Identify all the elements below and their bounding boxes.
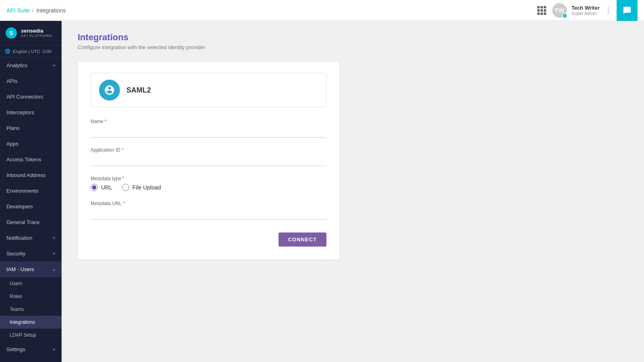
required-indicator: *: [122, 176, 124, 181]
sidebar-item-environments[interactable]: Environments: [0, 183, 62, 199]
radio-file-upload-input[interactable]: [122, 184, 129, 191]
page-title: Integrations: [78, 32, 628, 43]
sidebar-item-inbound-address[interactable]: Inbound Address: [0, 167, 62, 183]
required-indicator: *: [122, 147, 124, 153]
sidebar-item-iam-users[interactable]: IAM - Users ▴: [0, 261, 62, 277]
topbar: API Suite / Integrations TW Tech Writer …: [0, 0, 644, 21]
sidebar-item-api-connectors[interactable]: API Connectors: [0, 89, 62, 105]
breadcrumb-current: Integrations: [36, 7, 66, 14]
metadata-type-field-group: Metadata type * URL File Upload: [91, 176, 326, 191]
locale-bar[interactable]: 🌐 English | UTC -3:00: [0, 45, 62, 58]
sidebar-item-integrations[interactable]: Integrations: [0, 316, 62, 329]
radio-file-upload-label: File Upload: [132, 184, 161, 191]
brand-sub: API PLATFORM: [21, 34, 52, 38]
provider-row: SAML2: [91, 73, 326, 107]
name-input[interactable]: [91, 126, 326, 138]
locale-text: English | UTC -3:00: [13, 49, 52, 54]
radio-file-upload-option[interactable]: File Upload: [122, 184, 161, 191]
name-field-group: Name *: [91, 119, 326, 138]
sidebar-item-access-tokens[interactable]: Access Tokens: [0, 152, 62, 167]
breadcrumb-parent[interactable]: API Suite: [6, 7, 30, 14]
breadcrumb-separator: /: [32, 7, 34, 14]
chevron-down-icon: ▾: [53, 347, 55, 352]
provider-icon: [99, 80, 120, 101]
required-indicator: *: [105, 119, 107, 124]
svg-text:S: S: [9, 30, 13, 36]
chat-button[interactable]: [617, 0, 638, 21]
metadata-url-input[interactable]: [91, 208, 326, 220]
provider-name: SAML2: [126, 86, 151, 95]
metadata-type-radio-group: URL File Upload: [91, 184, 326, 191]
sidebar-item-roles[interactable]: Roles: [0, 290, 62, 303]
verified-badge-icon: [562, 13, 568, 19]
chevron-down-icon: ▾: [53, 63, 55, 68]
brand-text: sensedia API PLATFORM: [21, 28, 52, 38]
form-actions: CONNECT: [91, 229, 326, 247]
sidebar-item-interceptors[interactable]: Interceptors: [0, 105, 62, 120]
sidebar-item-general-trace[interactable]: General Trace: [0, 214, 62, 230]
user-name: Tech Writer: [572, 5, 600, 11]
brand: S sensedia API PLATFORM: [0, 21, 62, 45]
sidebar-item-developers[interactable]: Developers: [0, 199, 62, 214]
radio-url-label: URL: [101, 184, 112, 191]
topbar-actions: TW Tech Writer Super Admin ⋮: [536, 0, 638, 21]
avatar[interactable]: TW: [552, 3, 567, 18]
user-info: Tech Writer Super Admin: [572, 5, 600, 16]
radio-url-input[interactable]: [91, 184, 98, 191]
sidebar-item-notification[interactable]: Notification ▾: [0, 230, 62, 246]
metadata-url-field-group: Metadata URL *: [91, 201, 326, 220]
more-options-icon[interactable]: ⋮: [605, 6, 612, 15]
radio-url-option[interactable]: URL: [91, 184, 112, 191]
sidebar-item-users[interactable]: Users: [0, 277, 62, 290]
sidebar-item-apis[interactable]: APIs: [0, 73, 62, 89]
chevron-up-icon: ▴: [53, 267, 55, 272]
app-id-label: Application ID *: [91, 147, 326, 153]
connect-button[interactable]: CONNECT: [279, 232, 326, 247]
chevron-down-icon: ▾: [53, 251, 55, 256]
sidebar: S sensedia API PLATFORM 🌐 English | UTC …: [0, 21, 62, 362]
app-id-input[interactable]: [91, 154, 326, 166]
sidebar-item-security[interactable]: Security ▾: [0, 246, 62, 261]
sidebar-item-analytics[interactable]: Analytics ▾: [0, 58, 62, 73]
apps-grid-icon[interactable]: [536, 5, 547, 16]
layout: S sensedia API PLATFORM 🌐 English | UTC …: [0, 21, 644, 362]
sidebar-item-apps[interactable]: Apps: [0, 136, 62, 152]
app-id-field-group: Application ID *: [91, 147, 326, 166]
brand-name: sensedia: [21, 28, 52, 34]
breadcrumb: API Suite / Integrations: [6, 7, 66, 14]
sidebar-item-teams[interactable]: Teams: [0, 303, 62, 316]
user-role: Super Admin: [572, 11, 600, 16]
metadata-type-label: Metadata type *: [91, 176, 326, 181]
page-subtitle: Configure integration with the selected …: [78, 44, 628, 50]
main-content: Integrations Configure integration with …: [62, 21, 644, 362]
name-label: Name *: [91, 119, 326, 124]
sidebar-item-ldap-setup[interactable]: LDAP Setup: [0, 329, 62, 341]
sidebar-item-plans[interactable]: Plans: [0, 120, 62, 136]
sidebar-item-settings[interactable]: Settings ▾: [0, 341, 62, 357]
metadata-url-label: Metadata URL *: [91, 201, 326, 206]
chevron-down-icon: ▾: [53, 236, 55, 240]
integrations-card: SAML2 Name * Application ID *: [78, 62, 339, 259]
required-indicator: *: [123, 201, 125, 206]
